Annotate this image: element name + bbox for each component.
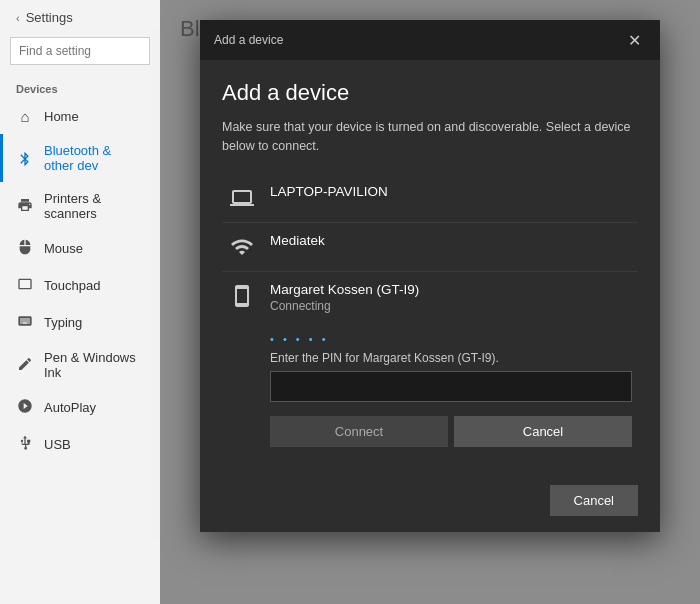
device-margaret-info: Margaret Kossen (GT-I9) Connecting: [270, 282, 632, 313]
device-margaret-status: Connecting: [270, 299, 632, 313]
dialog-close-button[interactable]: ✕: [622, 28, 646, 52]
sidebar-app-title: Settings: [26, 10, 73, 25]
sidebar-item-autoplay[interactable]: AutoPlay: [0, 389, 160, 426]
touchpad-icon: [16, 276, 34, 295]
sidebar-item-printers[interactable]: Printers & scanners: [0, 182, 160, 230]
back-arrow-icon: ‹: [16, 12, 20, 24]
phone-icon: [228, 282, 256, 310]
home-icon: ⌂: [16, 108, 34, 125]
device-item-laptop[interactable]: LAPTOP-PAVILION: [222, 174, 638, 223]
dialog-overlay: Add a device ✕ Add a device Make sure th…: [160, 0, 700, 604]
sidebar-item-typing[interactable]: Typing: [0, 304, 160, 341]
device-mediatek-info: Mediatek: [270, 233, 632, 250]
bluetooth-icon: [16, 149, 34, 167]
laptop-icon: [228, 184, 256, 212]
dialog-main-title: Add a device: [222, 80, 638, 106]
cancel-pin-button[interactable]: Cancel: [454, 416, 632, 447]
sidebar-item-pen[interactable]: Pen & Windows Ink: [0, 341, 160, 389]
sidebar-item-label: Pen & Windows Ink: [44, 350, 144, 380]
mouse-icon: [16, 239, 34, 258]
usb-icon: [16, 435, 34, 454]
connect-button[interactable]: Connect: [270, 416, 448, 447]
sidebar-item-label: AutoPlay: [44, 400, 96, 415]
sidebar-item-label: Home: [44, 109, 79, 124]
network-icon: [228, 233, 256, 261]
dialog-subtitle: Make sure that your device is turned on …: [222, 118, 638, 156]
typing-icon: [16, 313, 34, 332]
sidebar-header: ‹ Settings: [0, 0, 160, 31]
device-mediatek-name: Mediatek: [270, 233, 632, 248]
dialog-body: Add a device Make sure that your device …: [200, 60, 660, 475]
pin-buttons: Connect Cancel: [270, 416, 632, 447]
dialog-titlebar-text: Add a device: [214, 33, 283, 47]
device-laptop-info: LAPTOP-PAVILION: [270, 184, 632, 201]
cancel-main-button[interactable]: Cancel: [550, 485, 638, 516]
device-item-mediatek[interactable]: Mediatek: [222, 223, 638, 272]
autoplay-icon: [16, 398, 34, 417]
search-input[interactable]: [10, 37, 150, 65]
sidebar: ‹ Settings Devices ⌂ Home Bluetooth & ot…: [0, 0, 160, 604]
sidebar-item-mouse[interactable]: Mouse: [0, 230, 160, 267]
pen-icon: [16, 356, 34, 375]
device-item-margaret[interactable]: Margaret Kossen (GT-I9) Connecting • • •…: [222, 272, 638, 457]
sidebar-search-container: [10, 37, 150, 65]
device-laptop-name: LAPTOP-PAVILION: [270, 184, 632, 199]
main-content: Bluetooth & other devices Add a device ✕…: [160, 0, 700, 604]
sidebar-item-label: Touchpad: [44, 278, 100, 293]
sidebar-item-label: Bluetooth & other dev: [44, 143, 144, 173]
sidebar-item-label: Typing: [44, 315, 82, 330]
add-device-dialog: Add a device ✕ Add a device Make sure th…: [200, 20, 660, 532]
pin-label: Enter the PIN for Margaret Kossen (GT-I9…: [270, 351, 632, 365]
sidebar-item-label: USB: [44, 437, 71, 452]
dialog-titlebar: Add a device ✕: [200, 20, 660, 60]
sidebar-section-label: Devices: [0, 75, 160, 99]
pin-input[interactable]: [270, 371, 632, 402]
sidebar-item-usb[interactable]: USB: [0, 426, 160, 463]
sidebar-item-label: Mouse: [44, 241, 83, 256]
connecting-dots: • • • • •: [270, 333, 632, 345]
sidebar-item-touchpad[interactable]: Touchpad: [0, 267, 160, 304]
dialog-footer: Cancel: [200, 475, 660, 532]
sidebar-item-home[interactable]: ⌂ Home: [0, 99, 160, 134]
sidebar-item-bluetooth[interactable]: Bluetooth & other dev: [0, 134, 160, 182]
sidebar-item-label: Printers & scanners: [44, 191, 144, 221]
printer-icon: [16, 197, 34, 216]
device-margaret-name: Margaret Kossen (GT-I9): [270, 282, 632, 297]
